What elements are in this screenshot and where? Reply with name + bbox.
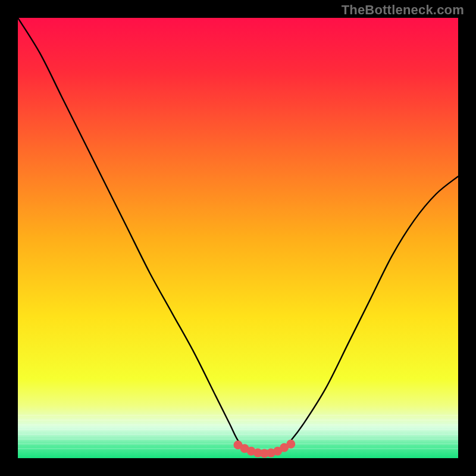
chart-frame: TheBottleneck.com — [0, 0, 476, 476]
watermark-label: TheBottleneck.com — [342, 2, 464, 18]
gradient-background — [18, 18, 458, 458]
optimal-marker — [288, 441, 293, 447]
plot-area — [18, 18, 458, 458]
chart-svg — [18, 18, 458, 458]
